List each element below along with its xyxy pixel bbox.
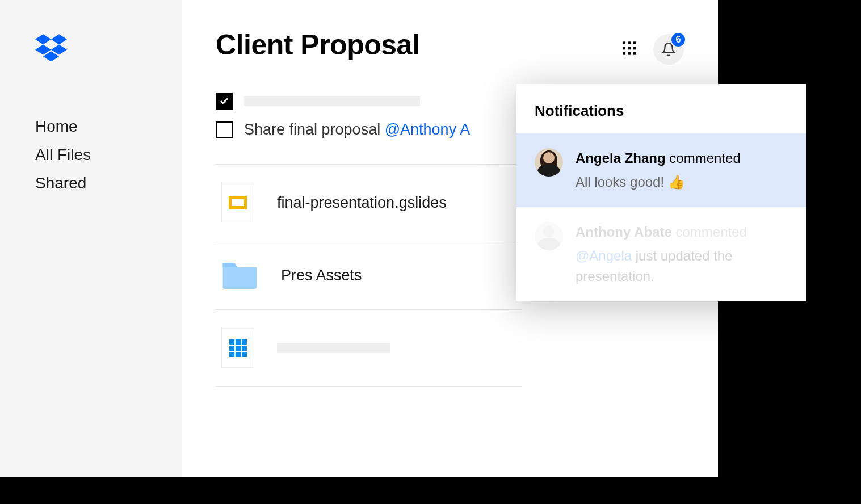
notification-item[interactable]: Angela Zhang commented All looks good! 👍 [516,133,806,207]
file-name: Pres Assets [281,267,362,284]
spreadsheet-file-icon [221,328,254,368]
file-list: final-presentation.gslides Pres Assets [216,164,522,387]
avatar [535,148,563,177]
sidebar-item-shared[interactable]: Shared [35,174,182,192]
notifications-panel: Notifications Angela Zhang commented All… [516,84,806,301]
notification-author: Anthony Abate [576,224,672,240]
sidebar-item-home[interactable]: Home [35,117,182,136]
notifications-bell-icon[interactable]: 6 [653,34,684,65]
mention[interactable]: @Anthony A [385,121,471,138]
svg-rect-5 [633,47,636,50]
svg-rect-7 [628,52,631,55]
file-row-sheet[interactable] [216,310,522,387]
notification-body: Anthony Abate commented @Angela just upd… [576,222,788,287]
apps-grid-icon[interactable] [621,40,637,58]
mention[interactable]: @Angela [576,248,632,263]
todo-text-placeholder [244,96,420,106]
file-row-gslides[interactable]: final-presentation.gslides [216,165,522,241]
notification-action: commented [672,224,747,240]
svg-rect-3 [623,47,625,50]
header-actions: 6 [621,34,684,65]
app-window: Home All Files Shared Client Proposal 6 [0,0,718,477]
notification-author: Angela Zhang [576,150,666,166]
svg-rect-8 [633,52,636,55]
dropbox-logo-icon[interactable] [35,34,182,64]
svg-rect-1 [628,41,631,44]
notification-badge: 6 [670,32,686,48]
checkbox-unchecked-icon[interactable] [216,121,233,138]
svg-rect-4 [628,47,631,50]
file-row-folder[interactable]: Pres Assets [216,241,522,310]
notification-message: All looks good! 👍 [576,172,741,192]
file-name-placeholder [277,343,390,353]
notification-body: Angela Zhang commented All looks good! 👍 [576,148,741,192]
gslides-file-icon [221,183,254,222]
svg-rect-6 [623,52,625,55]
svg-rect-2 [633,41,636,44]
notification-message: @Angela just updated the presentation. [576,246,788,287]
avatar [535,222,563,250]
sidebar-item-all-files[interactable]: All Files [35,146,182,164]
checkbox-checked-icon[interactable] [216,93,233,110]
todo-text: Share final proposal @Anthony A [244,121,470,138]
notifications-title: Notifications [516,84,806,133]
main-content: Client Proposal 6 [182,0,718,477]
todo-label: Share final proposal [244,121,385,138]
notification-item[interactable]: Anthony Abate commented @Angela just upd… [516,207,806,301]
sidebar: Home All Files Shared [0,0,182,477]
file-name: final-presentation.gslides [277,194,447,212]
folder-icon [221,259,258,291]
svg-rect-0 [623,41,625,44]
notification-action: commented [666,150,741,166]
